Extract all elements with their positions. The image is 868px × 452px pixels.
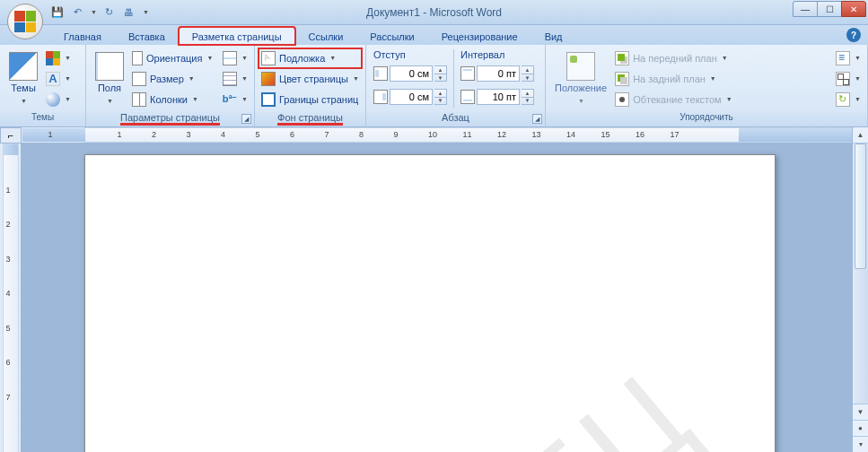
bring-front-icon (615, 51, 629, 65)
spacing-heading: Интервал (460, 49, 534, 60)
scroll-up-button[interactable]: ▲ (853, 127, 868, 143)
size-button[interactable]: Размер▼ (129, 69, 220, 89)
indent-right-spinner[interactable]: ▲▼ (434, 89, 447, 105)
tab-mailings[interactable]: Рассылки (356, 27, 427, 45)
align-icon (836, 51, 850, 65)
horizontal-ruler[interactable]: 3211234567891011121314151617 (84, 127, 852, 143)
watermark-text: ОБРАЗЕЦ (137, 341, 722, 452)
line-numbers-button[interactable]: ▼ (220, 69, 250, 89)
tab-selector[interactable]: ⌐ (0, 127, 22, 143)
prev-page-button[interactable]: ● (853, 420, 868, 436)
tab-references[interactable]: Ссылки (295, 27, 357, 45)
indent-right-input[interactable]: 0 см (390, 89, 433, 105)
orientation-button[interactable]: Ориентация▼ (129, 48, 220, 68)
group-arrange-label: Упорядочить (546, 112, 867, 126)
rotate-button: ▼ (833, 90, 864, 109)
space-after-icon (460, 90, 475, 104)
space-before-spinner[interactable]: ▲▼ (522, 65, 534, 82)
margins-icon (95, 52, 124, 81)
indent-left-input[interactable]: 0 см (390, 65, 433, 82)
save-icon[interactable]: 💾 (50, 5, 65, 20)
page-borders-button[interactable]: Границы страниц (259, 90, 362, 109)
window-title: Документ1 - Microsoft Word (366, 6, 502, 19)
margins-button[interactable]: Поля▼ (90, 48, 129, 109)
orientation-icon (132, 51, 143, 65)
vertical-ruler[interactable]: 1234567 (3, 143, 19, 452)
space-before-input[interactable]: 0 пт (477, 65, 520, 82)
page-borders-icon (261, 92, 276, 107)
tab-view[interactable]: Вид (531, 27, 576, 45)
group-paragraph-label: Абзац (442, 112, 469, 123)
page-setup-launcher[interactable]: ◢ (241, 114, 251, 124)
scroll-thumb[interactable] (855, 143, 866, 269)
page-color-icon (261, 72, 276, 86)
tab-review[interactable]: Рецензирование (428, 27, 531, 45)
columns-button[interactable]: Колонки▼ (129, 90, 220, 109)
hyphenation-button[interactable]: bª⁻▼ (220, 90, 250, 109)
fonts-icon: A (46, 72, 60, 86)
breaks-icon (223, 51, 237, 65)
page-color-label: Цвет страницы (279, 74, 348, 84)
help-button[interactable]: ? (846, 28, 861, 42)
position-button[interactable]: Положение▼ (549, 48, 612, 109)
send-back-label: На задний план (633, 74, 706, 84)
group-icon (836, 72, 850, 86)
vertical-scrollbar[interactable]: ▲ ▼ ● ▾ (852, 127, 868, 452)
page-color-button[interactable]: Цвет страницы▼ (259, 69, 362, 89)
document-page[interactable]: ОБРАЗЕЦ (84, 154, 776, 452)
align-button: ▼ (833, 48, 864, 68)
theme-fonts-button[interactable]: A▼ (43, 69, 74, 89)
space-after-input[interactable]: 10 пт (477, 89, 520, 105)
undo-dropdown[interactable]: ▼ (91, 9, 97, 15)
themes-icon (9, 52, 38, 81)
colors-icon (46, 51, 60, 65)
breaks-button[interactable]: ▼ (220, 48, 250, 68)
themes-button[interactable]: Темы▼ (4, 48, 43, 109)
paragraph-launcher[interactable]: ◢ (532, 114, 542, 124)
scroll-down-button[interactable]: ▼ (853, 404, 868, 420)
indent-right-icon (373, 90, 388, 104)
theme-effects-button[interactable]: ▼ (43, 90, 74, 109)
themes-label: Темы (11, 83, 36, 93)
next-page-button[interactable]: ▾ (853, 436, 868, 452)
qat-customize[interactable]: ▼ (143, 9, 149, 15)
maximize-button[interactable]: ☐ (817, 1, 842, 17)
send-back-icon (615, 72, 629, 86)
effects-icon (46, 92, 60, 107)
close-button[interactable]: ✕ (841, 1, 866, 17)
quick-print-icon[interactable]: 🖶 (122, 5, 136, 20)
watermark-icon (261, 51, 276, 65)
send-back-button: На задний план▼ (612, 69, 833, 89)
orientation-label: Ориентация (146, 53, 202, 64)
indent-left-icon (373, 66, 388, 81)
minimize-button[interactable]: — (793, 1, 818, 17)
page-borders-label: Границы страниц (279, 94, 358, 105)
bring-front-label: На передний план (633, 53, 717, 64)
tab-insert[interactable]: Вставка (115, 27, 179, 45)
indent-left-spinner[interactable]: ▲▼ (434, 65, 447, 82)
margins-label: Поля (98, 83, 121, 93)
size-label: Размер (150, 74, 184, 84)
position-icon (566, 52, 595, 81)
group-themes-label: Темы (0, 112, 85, 126)
bring-front-button: На передний план▼ (612, 48, 833, 68)
tab-page-layout[interactable]: Разметка страницы (179, 27, 295, 45)
size-icon (132, 72, 146, 86)
office-button[interactable] (7, 4, 43, 39)
text-wrap-button: Обтекание текстом▼ (612, 90, 833, 109)
undo-icon[interactable]: ↶ (70, 5, 84, 20)
group-button: ▼ (833, 69, 864, 89)
tab-home[interactable]: Главная (50, 27, 115, 45)
space-before-icon (460, 66, 475, 81)
space-after-spinner[interactable]: ▲▼ (522, 89, 534, 105)
hyphenation-icon: bª⁻ (223, 92, 237, 107)
redo-icon[interactable]: ↻ (102, 5, 117, 20)
watermark-label: Подложка (279, 53, 325, 64)
columns-icon (132, 92, 146, 107)
group-page-setup-label: Параметры страницы (120, 112, 220, 126)
group-page-background-label: Фон страницы (277, 112, 343, 126)
watermark-button[interactable]: Подложка▼ (259, 48, 362, 68)
columns-label: Колонки (150, 94, 188, 105)
theme-colors-button[interactable]: ▼ (43, 48, 74, 68)
position-label: Положение (555, 83, 607, 93)
